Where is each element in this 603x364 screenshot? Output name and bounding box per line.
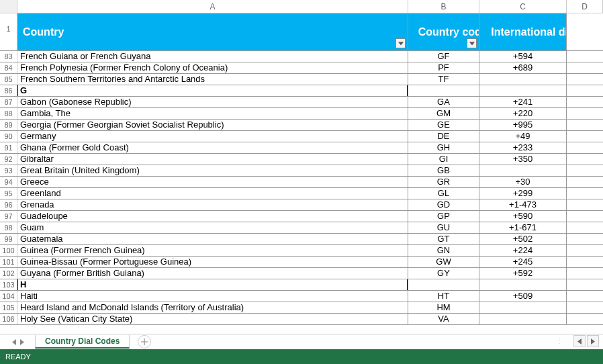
cell-country-code[interactable] xyxy=(408,279,479,290)
cell-empty[interactable] xyxy=(567,314,603,324)
cell-country[interactable]: Guadeloupe xyxy=(17,211,408,222)
cell-country-code[interactable] xyxy=(408,85,479,96)
row-header[interactable]: 90 xyxy=(0,131,17,142)
column-header-B[interactable]: B xyxy=(408,0,479,13)
tab-nav-next[interactable] xyxy=(19,337,26,347)
filter-button-country[interactable] xyxy=(396,38,406,48)
cell-dialing[interactable]: +49 xyxy=(479,131,567,142)
cell-country-code[interactable]: VA xyxy=(408,314,479,324)
cell-country-code[interactable]: GE xyxy=(408,120,479,130)
cell-country[interactable]: Greenland xyxy=(17,188,408,199)
cell-country-code[interactable]: GP xyxy=(408,211,479,222)
cell-country-code[interactable]: GF xyxy=(408,51,479,62)
cell-country[interactable]: Guatemala xyxy=(17,234,408,244)
cell-empty[interactable] xyxy=(567,165,603,176)
cell-country[interactable]: Holy See (Vatican City State) xyxy=(17,314,408,324)
row-header-1[interactable]: 1 xyxy=(0,13,17,50)
row-header[interactable]: 103 xyxy=(0,279,17,290)
cell-country-code[interactable]: GT xyxy=(408,234,479,244)
row-header[interactable]: 88 xyxy=(0,108,17,119)
row-header[interactable]: 95 xyxy=(0,188,17,199)
row-header[interactable]: 84 xyxy=(0,62,17,73)
cell-dialing[interactable]: +241 xyxy=(479,97,567,107)
cell-empty[interactable] xyxy=(567,51,603,62)
cell-country-code[interactable]: GY xyxy=(408,268,479,279)
cell-dialing[interactable]: +220 xyxy=(479,108,567,119)
cell-country[interactable]: Ghana (Former Gold Coast) xyxy=(17,142,408,153)
cell-dialing[interactable]: +502 xyxy=(479,234,567,244)
cell-empty[interactable] xyxy=(567,302,603,313)
row-header[interactable]: 101 xyxy=(0,257,17,267)
filter-button-code[interactable] xyxy=(467,38,477,48)
cell-country-code[interactable]: GM xyxy=(408,108,479,119)
header-country[interactable]: Country xyxy=(17,13,408,50)
cell-dialing[interactable]: +299 xyxy=(479,188,567,199)
cell-dialing[interactable] xyxy=(479,302,567,313)
cell-country[interactable]: Gabon (Gabonese Republic) xyxy=(17,97,408,107)
row-header[interactable]: 83 xyxy=(0,51,17,62)
row-header[interactable]: 85 xyxy=(0,74,17,85)
cell-country-code[interactable]: DE xyxy=(408,131,479,142)
cell-country[interactable]: G xyxy=(17,85,408,96)
cell-country-code[interactable]: GH xyxy=(408,142,479,153)
cell-empty[interactable] xyxy=(567,142,603,153)
cell-empty[interactable] xyxy=(567,257,603,267)
cell-empty[interactable] xyxy=(567,131,603,142)
cell-dialing[interactable]: +233 xyxy=(479,142,567,153)
cell-country[interactable]: Germany xyxy=(17,131,408,142)
cell-dialing[interactable]: +245 xyxy=(479,257,567,267)
cell-country[interactable]: Gambia, The xyxy=(17,108,408,119)
cell-empty[interactable] xyxy=(567,62,603,73)
cell-empty[interactable] xyxy=(567,154,603,165)
cell-country[interactable]: H xyxy=(17,279,408,290)
cell-dialing[interactable] xyxy=(479,74,567,85)
tab-nav-prev[interactable] xyxy=(11,337,17,347)
cell-country-code[interactable]: GR xyxy=(408,177,479,187)
cell-empty[interactable] xyxy=(567,211,603,222)
row-header[interactable]: 106 xyxy=(0,314,17,324)
cell-empty[interactable] xyxy=(567,108,603,119)
add-sheet-button[interactable] xyxy=(138,335,151,349)
cell-dialing[interactable] xyxy=(479,314,567,324)
cell-country[interactable]: French Guiana or French Guyana xyxy=(17,51,408,62)
cell-dialing[interactable]: +509 xyxy=(479,291,567,302)
cell-country[interactable]: Haiti xyxy=(17,291,408,302)
scroll-right-button[interactable] xyxy=(587,335,599,347)
row-header[interactable]: 104 xyxy=(0,291,17,302)
cell-dialing[interactable]: +1-473 xyxy=(479,199,567,210)
cell-country-code[interactable]: GL xyxy=(408,188,479,199)
cell-D1[interactable] xyxy=(567,13,603,50)
cell-empty[interactable] xyxy=(567,120,603,130)
header-dialing[interactable]: International dialing xyxy=(479,13,567,50)
cell-empty[interactable] xyxy=(567,97,603,107)
cell-country-code[interactable]: GB xyxy=(408,165,479,176)
cell-dialing[interactable]: +592 xyxy=(479,268,567,279)
cell-dialing[interactable]: +594 xyxy=(479,51,567,62)
cell-country[interactable]: Heard Island and McDonald Islands (Terri… xyxy=(17,302,408,313)
cell-country-code[interactable]: TF xyxy=(408,74,479,85)
cell-dialing[interactable]: +995 xyxy=(479,120,567,130)
cell-country-code[interactable]: GN xyxy=(408,245,479,256)
cell-dialing[interactable]: +1-671 xyxy=(479,222,567,233)
row-header[interactable]: 102 xyxy=(0,268,17,279)
cell-dialing[interactable]: +590 xyxy=(479,211,567,222)
cell-empty[interactable] xyxy=(567,279,603,290)
row-header[interactable]: 100 xyxy=(0,245,17,256)
cell-country-code[interactable]: HM xyxy=(408,302,479,313)
cell-empty[interactable] xyxy=(567,245,603,256)
cell-country-code[interactable]: GI xyxy=(408,154,479,165)
cell-empty[interactable] xyxy=(567,199,603,210)
cell-country-code[interactable]: GD xyxy=(408,199,479,210)
cell-country[interactable]: French Polynesia (Former French Colony o… xyxy=(17,62,408,73)
row-header[interactable]: 89 xyxy=(0,120,17,130)
cell-country[interactable]: Georgia (Former Georgian Soviet Socialis… xyxy=(17,120,408,130)
cell-country[interactable]: French Southern Territories and Antarcti… xyxy=(17,74,408,85)
cell-empty[interactable] xyxy=(567,177,603,187)
cell-empty[interactable] xyxy=(567,74,603,85)
cell-country-code[interactable]: HT xyxy=(408,291,479,302)
cell-empty[interactable] xyxy=(567,291,603,302)
cell-dialing[interactable]: +689 xyxy=(479,62,567,73)
cell-empty[interactable] xyxy=(567,188,603,199)
cell-country-code[interactable]: GU xyxy=(408,222,479,233)
cell-empty[interactable] xyxy=(567,222,603,233)
